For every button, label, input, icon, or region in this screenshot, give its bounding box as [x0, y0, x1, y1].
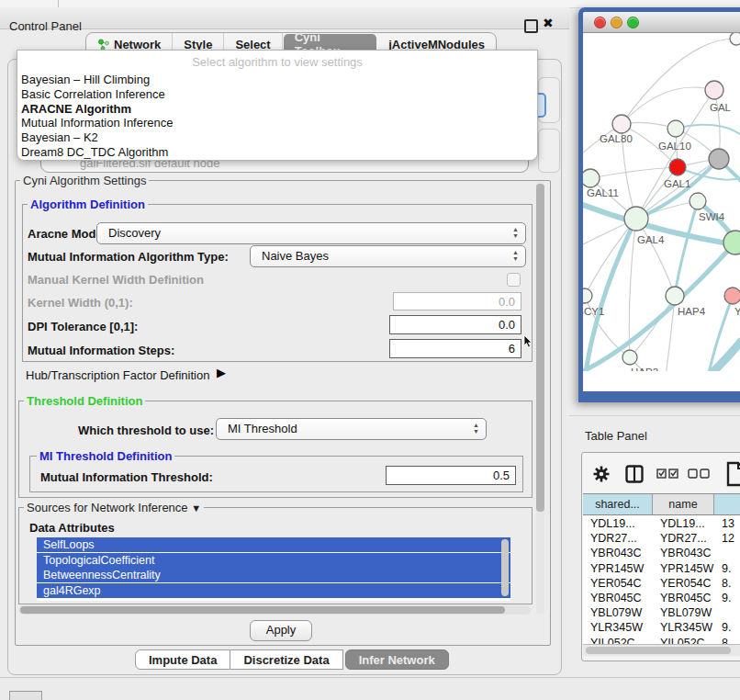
document-icon[interactable] — [726, 461, 740, 487]
table-row[interactable]: YBR043CYBR043C — [583, 546, 740, 561]
table-cell: YDL19... — [660, 516, 714, 530]
network-node-gal80[interactable] — [612, 115, 631, 133]
gear-icon[interactable] — [592, 465, 611, 483]
network-graph: GALGAL80GAL10GAL1GAL11SWI4GAL4GCY1HAP4YH… — [583, 33, 740, 371]
data-attributes-label: Data Attributes — [29, 521, 115, 535]
network-node-gal1[interactable] — [669, 159, 686, 175]
spinner-arrows-icon: ▲▼ — [473, 422, 479, 435]
aracne-mode-label: Aracne Mode: — [28, 227, 107, 241]
network-canvas[interactable]: GALGAL80GAL10GAL1GAL11SWI4GAL4GCY1HAP4YH… — [583, 33, 740, 371]
table-cell: 13 — [722, 516, 740, 530]
list-scrollbar-thumb[interactable] — [501, 539, 509, 596]
aracne-mode-select[interactable]: Discovery ▲▼ — [96, 222, 526, 244]
float-window-icon[interactable] — [524, 19, 538, 33]
data-attribute-item[interactable]: SelfLoops — [37, 537, 510, 552]
data-attributes-list[interactable]: gal4RGexpBetweennessCentralityTopologica… — [37, 537, 510, 601]
network-node-gal11[interactable] — [583, 169, 600, 187]
network-window[interactable]: GALGAL80GAL10GAL1GAL11SWI4GAL4GCY1HAP4YH… — [578, 7, 740, 402]
bottom-tab-infer-network[interactable]: Infer Network — [345, 649, 449, 670]
apply-button[interactable]: Apply — [250, 620, 312, 641]
dpi-tolerance-label: DPI Tolerance [0,1]: — [28, 320, 138, 333]
collapse-down-arrow-icon[interactable]: ▼ — [191, 502, 201, 514]
algorithm-option[interactable]: Dream8 DC_TDC Algorithm — [21, 145, 168, 159]
minimize-traffic-light[interactable] — [611, 17, 622, 28]
checked-columns-icon[interactable] — [656, 469, 680, 480]
algorithm-option[interactable]: Basic Correlation Inference — [21, 87, 165, 101]
bottom-tab-discretize-data[interactable]: Discretize Data — [230, 649, 342, 670]
bottom-tab-impute-data[interactable]: Impute Data — [135, 649, 230, 670]
table-row[interactable]: YLR345WYLR345W9. — [583, 620, 740, 636]
network-node-hap2[interactable] — [622, 350, 637, 365]
table-cell: YBR043C — [590, 546, 653, 559]
mi-threshold-field[interactable]: 0.5 — [386, 466, 516, 485]
table-cell: YDL19... — [590, 516, 653, 530]
data-attribute-item[interactable]: gal4RGexp — [37, 583, 510, 598]
algorithm-option[interactable]: ARACNE Algorithm — [21, 102, 131, 116]
table-row[interactable]: YPR145WYPR145W9. — [583, 561, 740, 577]
table-cell: YLR345W — [590, 620, 653, 634]
table-horizontal-scrollbar[interactable] — [583, 644, 740, 656]
algorithm-option[interactable]: Bayesian – K2 — [21, 130, 98, 144]
algorithm-option[interactable]: Mutual Information Inference — [21, 116, 173, 130]
manual-kernel-width-checkbox[interactable] — [507, 273, 521, 287]
table-row[interactable]: YBL079WYBL079W — [583, 605, 740, 621]
column-header[interactable] — [714, 494, 740, 515]
data-attribute-item[interactable]: BetweennessCentrality — [37, 568, 510, 582]
column-header-shared[interactable]: shared... — [583, 494, 653, 515]
table-cell: YER054C — [660, 576, 714, 590]
network-node[interactable] — [730, 33, 740, 45]
aracne-mode-value: Discovery — [108, 226, 161, 240]
kernel-width-field[interactable]: 0.0 — [393, 292, 521, 310]
column-header-name[interactable]: name — [653, 494, 714, 515]
data-attribute-item[interactable]: TopologicalCoefficient — [37, 553, 510, 568]
network-node-gal4[interactable] — [624, 207, 648, 231]
close-traffic-light[interactable] — [594, 17, 606, 28]
node-label: GAL4 — [637, 234, 665, 245]
kernel-width-label: Kernel Width (0,1): — [28, 296, 133, 310]
table-cell: 12 — [722, 531, 740, 545]
control-panel-titlebar: Control Panel ✖ — [0, 7, 569, 29]
horizontal-scrollbar-thumb[interactable] — [20, 606, 505, 614]
network-node-gal10[interactable] — [667, 120, 684, 137]
network-window-titlebar[interactable] — [583, 12, 740, 33]
network-node-y[interactable] — [724, 288, 740, 304]
table-row[interactable]: YBR045CYBR045C9. — [583, 591, 740, 606]
mi-steps-field[interactable]: 6 — [389, 339, 521, 358]
table-row[interactable]: YDR27...YDR27...12 — [583, 531, 740, 547]
table-panel-title: Table Panel — [585, 429, 647, 443]
mi-algorithm-type-value: Naive Bayes — [262, 249, 329, 263]
control-panel-title: Control Panel — [9, 19, 82, 33]
which-threshold-select[interactable]: MI Threshold ▲▼ — [216, 418, 487, 440]
table-cell — [722, 605, 740, 606]
network-node-gcy1[interactable] — [583, 288, 592, 303]
network-node[interactable] — [709, 149, 729, 169]
table-row[interactable]: YER054CYER054C8. — [583, 576, 740, 592]
vertical-scrollbar-thumb[interactable] — [536, 184, 544, 512]
node-label: HAP2 — [631, 367, 658, 371]
close-icon[interactable]: ✖ — [543, 16, 554, 30]
columns-icon[interactable] — [625, 465, 644, 483]
algorithm-dropdown-popup: Select algorithm to view settings Bayesi… — [17, 50, 538, 161]
network-node-hap4[interactable] — [666, 287, 684, 305]
algorithm-option[interactable]: Bayesian – Hill Climbing — [21, 73, 150, 86]
sources-title: Sources for Network Inference ▼ — [24, 501, 204, 514]
horizontal-scrollbar[interactable] — [18, 605, 531, 615]
node-label: GAL — [710, 102, 732, 113]
table-cell: YBR045C — [590, 591, 653, 604]
network-node-swi4[interactable] — [690, 193, 706, 209]
node-table[interactable]: shared...name YDL19...YDL19...13YDR27...… — [583, 493, 740, 645]
threshold-definition-title: Threshold Definition — [24, 394, 145, 408]
mi-algorithm-type-select[interactable]: Naive Bayes ▲▼ — [250, 245, 526, 267]
dpi-tolerance-field[interactable]: 0.0 — [389, 315, 521, 334]
partial-bottom-widget — [9, 691, 42, 700]
node-label: GAL10 — [658, 141, 691, 152]
table-cell: YBR045C — [660, 591, 714, 604]
zoom-traffic-light[interactable] — [627, 17, 639, 28]
table-horizontal-scrollbar-thumb[interactable] — [586, 647, 731, 654]
expand-right-arrow-icon[interactable]: ▶ — [217, 366, 226, 379]
unchecked-columns-icon[interactable] — [688, 469, 712, 480]
node-label: SWI4 — [699, 211, 725, 222]
network-node-gal[interactable] — [705, 81, 723, 99]
table-row[interactable]: YDL19...YDL19...13 — [583, 516, 740, 532]
which-threshold-value: MI Threshold — [228, 422, 297, 435]
